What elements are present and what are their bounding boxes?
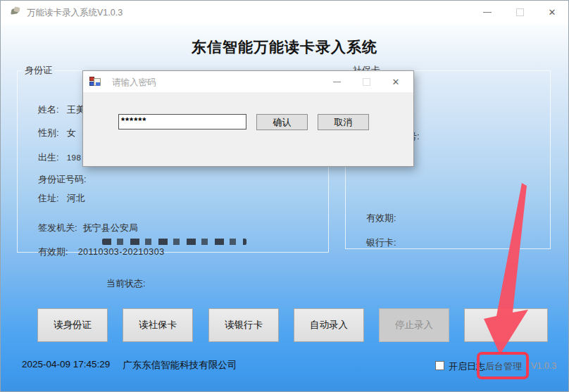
stop-entry-button: 停止录入 bbox=[379, 308, 449, 342]
password-dialog: 请输入密码 ✕ ****** 确认 取消 bbox=[82, 70, 414, 167]
auto-entry-button[interactable]: 自动录入 bbox=[294, 308, 364, 342]
close-button[interactable]: ✕ bbox=[536, 1, 568, 23]
maximize-icon bbox=[363, 78, 370, 86]
minimize-icon bbox=[483, 12, 492, 13]
field-id-number: 身份证号码: bbox=[38, 173, 94, 186]
app-icon bbox=[11, 7, 21, 17]
current-status-label: 当前状态: bbox=[106, 277, 146, 290]
field-gender: 性别: 女 bbox=[38, 127, 76, 139]
company-label: 广东东信智能科技有限公司 bbox=[123, 359, 237, 372]
footer-status: 2025-04-09 17:45:29 广东东信智能科技有限公司 bbox=[22, 359, 237, 372]
datetime-label: 2025-04-09 17:45:29 bbox=[22, 359, 110, 372]
dialog-maximize-button bbox=[351, 71, 381, 92]
dialog-minimize-button[interactable] bbox=[322, 71, 351, 92]
maximize-button[interactable] bbox=[504, 1, 536, 23]
field-name: 姓名: 王美 bbox=[38, 103, 85, 116]
admin-management-button[interactable]: 后台管理 bbox=[485, 360, 522, 373]
enable-log-label: 开启日志 bbox=[449, 360, 485, 373]
field-birth: 出生: 198 bbox=[38, 151, 81, 164]
close-icon: ✕ bbox=[549, 8, 556, 17]
read-social-card-button[interactable]: 读社保卡 bbox=[123, 308, 193, 342]
enable-log-checkbox[interactable] bbox=[435, 361, 444, 370]
hidden-action-button[interactable] bbox=[464, 308, 548, 342]
read-bank-card-button[interactable]: 读银行卡 bbox=[208, 308, 279, 342]
window-title: 万能读卡录入系统V1.0.3 bbox=[27, 7, 123, 19]
confirm-button[interactable]: 确认 bbox=[256, 114, 308, 130]
close-icon: ✕ bbox=[392, 77, 400, 87]
field-address: 住址: 河北 bbox=[38, 192, 85, 205]
password-input[interactable]: ****** bbox=[118, 114, 246, 129]
maximize-icon bbox=[516, 8, 524, 16]
form-icon bbox=[89, 76, 101, 87]
field-social-validity: 有效期: bbox=[366, 212, 404, 225]
field-validity: 有效期: 20110303-20210303 bbox=[38, 246, 165, 258]
id-card-group-label: 身份证 bbox=[22, 64, 55, 77]
minimize-icon bbox=[333, 82, 341, 82]
title-bar: 万能读卡录入系统V1.0.3 ✕ bbox=[1, 1, 568, 23]
read-id-card-button[interactable]: 读身份证 bbox=[37, 308, 108, 342]
version-label: V1.0.3 bbox=[531, 361, 556, 371]
field-bank-card: 银行卡: bbox=[366, 236, 404, 249]
page-title: 东信智能万能读卡录入系统 bbox=[1, 37, 568, 57]
dialog-title: 请输入密码 bbox=[112, 77, 156, 89]
dialog-title-bar: 请输入密码 ✕ bbox=[83, 71, 413, 92]
dialog-close-button[interactable]: ✕ bbox=[381, 71, 411, 92]
minimize-button[interactable] bbox=[471, 1, 504, 23]
redacted-address-text bbox=[102, 239, 246, 245]
main-window: 万能读卡录入系统V1.0.3 ✕ 东信智能万能读卡录入系统 身份证 姓名: 王美… bbox=[0, 0, 569, 392]
field-issuing-authority: 签发机关: 抚宁县公安局 bbox=[38, 222, 138, 234]
cancel-button[interactable]: 取消 bbox=[318, 114, 369, 130]
